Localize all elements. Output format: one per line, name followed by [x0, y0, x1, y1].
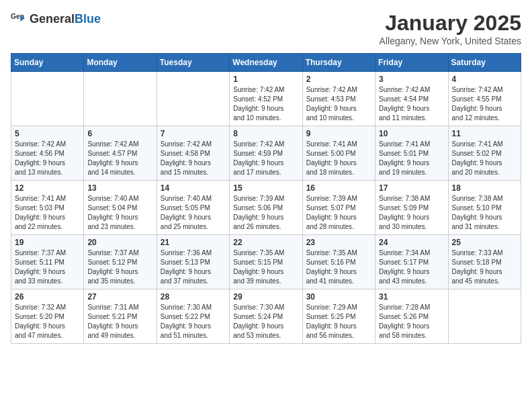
day-info: Sunrise: 7:42 AM Sunset: 4:55 PM Dayligh… — [452, 85, 517, 123]
day-info: Sunrise: 7:41 AM Sunset: 5:02 PM Dayligh… — [452, 140, 517, 177]
day-info: Sunrise: 7:42 AM Sunset: 4:59 PM Dayligh… — [233, 140, 298, 177]
weekday-header: Thursday — [302, 54, 375, 72]
day-number: 23 — [306, 238, 371, 247]
day-info: Sunrise: 7:39 AM Sunset: 5:07 PM Dayligh… — [306, 194, 371, 232]
calendar-week-row: 19Sunrise: 7:37 AM Sunset: 5:11 PM Dayli… — [11, 235, 521, 289]
calendar-cell: 21Sunrise: 7:36 AM Sunset: 5:13 PM Dayli… — [157, 235, 229, 289]
calendar-cell: 27Sunrise: 7:31 AM Sunset: 5:21 PM Dayli… — [84, 289, 157, 344]
calendar-cell: 20Sunrise: 7:37 AM Sunset: 5:12 PM Dayli… — [84, 235, 157, 289]
day-info: Sunrise: 7:42 AM Sunset: 4:54 PM Dayligh… — [379, 85, 444, 123]
day-number: 26 — [15, 292, 80, 302]
day-number: 16 — [306, 183, 371, 193]
calendar-cell: 26Sunrise: 7:32 AM Sunset: 5:20 PM Dayli… — [11, 289, 84, 344]
calendar-cell: 6Sunrise: 7:42 AM Sunset: 4:57 PM Daylig… — [84, 126, 157, 181]
day-number: 17 — [379, 183, 444, 193]
calendar-cell: 23Sunrise: 7:35 AM Sunset: 5:16 PM Dayli… — [302, 235, 375, 289]
day-info: Sunrise: 7:29 AM Sunset: 5:25 PM Dayligh… — [306, 303, 371, 340]
calendar-cell: 17Sunrise: 7:38 AM Sunset: 5:09 PM Dayli… — [375, 181, 448, 235]
logo-icon: Gen — [11, 11, 27, 27]
calendar-table: SundayMondayTuesdayWednesdayThursdayFrid… — [11, 53, 521, 344]
day-info: Sunrise: 7:31 AM Sunset: 5:21 PM Dayligh… — [87, 303, 152, 340]
calendar-cell: 16Sunrise: 7:39 AM Sunset: 5:07 PM Dayli… — [302, 181, 375, 235]
weekday-header: Monday — [84, 54, 157, 72]
calendar-cell: 24Sunrise: 7:34 AM Sunset: 5:17 PM Dayli… — [375, 235, 448, 289]
day-number: 29 — [233, 292, 298, 302]
logo: Gen GeneralBlue — [11, 11, 101, 27]
calendar-cell: 29Sunrise: 7:30 AM Sunset: 5:24 PM Dayli… — [230, 289, 302, 344]
calendar-cell: 2Sunrise: 7:42 AM Sunset: 4:53 PM Daylig… — [302, 72, 375, 126]
weekday-header: Saturday — [448, 54, 521, 72]
day-info: Sunrise: 7:32 AM Sunset: 5:20 PM Dayligh… — [15, 303, 80, 340]
day-number: 13 — [87, 183, 152, 193]
day-number: 19 — [15, 238, 80, 247]
day-number: 18 — [452, 183, 517, 193]
calendar-cell: 3Sunrise: 7:42 AM Sunset: 4:54 PM Daylig… — [375, 72, 448, 126]
day-info: Sunrise: 7:42 AM Sunset: 4:52 PM Dayligh… — [233, 85, 298, 123]
logo-general-text: General — [30, 12, 75, 26]
calendar-title: January 2025 — [380, 11, 521, 36]
day-info: Sunrise: 7:41 AM Sunset: 5:03 PM Dayligh… — [15, 194, 80, 232]
title-block: January 2025 Allegany, New York, United … — [380, 11, 521, 46]
day-info: Sunrise: 7:34 AM Sunset: 5:17 PM Dayligh… — [379, 248, 444, 286]
day-info: Sunrise: 7:39 AM Sunset: 5:06 PM Dayligh… — [233, 194, 298, 232]
day-info: Sunrise: 7:28 AM Sunset: 5:26 PM Dayligh… — [379, 303, 444, 340]
day-number: 3 — [379, 75, 444, 84]
day-info: Sunrise: 7:41 AM Sunset: 5:01 PM Dayligh… — [379, 140, 444, 177]
day-number: 2 — [306, 75, 371, 84]
calendar-cell: 22Sunrise: 7:35 AM Sunset: 5:15 PM Dayli… — [230, 235, 302, 289]
day-info: Sunrise: 7:38 AM Sunset: 5:09 PM Dayligh… — [379, 194, 444, 232]
calendar-cell: 5Sunrise: 7:42 AM Sunset: 4:56 PM Daylig… — [11, 126, 84, 181]
calendar-cell — [84, 72, 157, 126]
weekday-header: Wednesday — [230, 54, 302, 72]
calendar-header-row: SundayMondayTuesdayWednesdayThursdayFrid… — [11, 54, 521, 72]
calendar-cell — [157, 72, 229, 126]
logo-blue-text: Blue — [75, 12, 101, 26]
day-number: 28 — [161, 292, 226, 302]
calendar-cell — [11, 72, 84, 126]
day-info: Sunrise: 7:33 AM Sunset: 5:18 PM Dayligh… — [452, 248, 517, 286]
calendar-cell: 9Sunrise: 7:41 AM Sunset: 5:00 PM Daylig… — [302, 126, 375, 181]
day-number: 30 — [306, 292, 371, 302]
weekday-header: Friday — [375, 54, 448, 72]
day-info: Sunrise: 7:37 AM Sunset: 5:12 PM Dayligh… — [87, 248, 152, 286]
calendar-cell: 13Sunrise: 7:40 AM Sunset: 5:04 PM Dayli… — [84, 181, 157, 235]
day-number: 21 — [161, 238, 226, 247]
calendar-cell: 14Sunrise: 7:40 AM Sunset: 5:05 PM Dayli… — [157, 181, 229, 235]
day-number: 24 — [379, 238, 444, 247]
day-info: Sunrise: 7:35 AM Sunset: 5:15 PM Dayligh… — [233, 248, 298, 286]
day-number: 14 — [161, 183, 226, 193]
day-number: 15 — [233, 183, 298, 193]
weekday-header: Tuesday — [157, 54, 229, 72]
day-number: 12 — [15, 183, 80, 193]
day-info: Sunrise: 7:30 AM Sunset: 5:22 PM Dayligh… — [161, 303, 226, 340]
day-number: 5 — [15, 129, 80, 138]
day-number: 31 — [379, 292, 444, 302]
calendar-cell: 8Sunrise: 7:42 AM Sunset: 4:59 PM Daylig… — [230, 126, 302, 181]
day-info: Sunrise: 7:42 AM Sunset: 4:57 PM Dayligh… — [87, 140, 152, 177]
day-info: Sunrise: 7:42 AM Sunset: 4:53 PM Dayligh… — [306, 85, 371, 123]
day-number: 10 — [379, 129, 444, 138]
day-info: Sunrise: 7:42 AM Sunset: 4:56 PM Dayligh… — [15, 140, 80, 177]
calendar-cell: 7Sunrise: 7:42 AM Sunset: 4:58 PM Daylig… — [157, 126, 229, 181]
calendar-week-row: 1Sunrise: 7:42 AM Sunset: 4:52 PM Daylig… — [11, 72, 521, 126]
day-info: Sunrise: 7:37 AM Sunset: 5:11 PM Dayligh… — [15, 248, 80, 286]
calendar-week-row: 12Sunrise: 7:41 AM Sunset: 5:03 PM Dayli… — [11, 181, 521, 235]
day-info: Sunrise: 7:36 AM Sunset: 5:13 PM Dayligh… — [161, 248, 226, 286]
day-number: 8 — [233, 129, 298, 138]
day-number: 6 — [87, 129, 152, 138]
day-number: 4 — [452, 75, 517, 84]
calendar-week-row: 5Sunrise: 7:42 AM Sunset: 4:56 PM Daylig… — [11, 126, 521, 181]
day-info: Sunrise: 7:30 AM Sunset: 5:24 PM Dayligh… — [233, 303, 298, 340]
day-number: 25 — [452, 238, 517, 247]
calendar-cell: 30Sunrise: 7:29 AM Sunset: 5:25 PM Dayli… — [302, 289, 375, 344]
calendar-cell: 10Sunrise: 7:41 AM Sunset: 5:01 PM Dayli… — [375, 126, 448, 181]
day-info: Sunrise: 7:35 AM Sunset: 5:16 PM Dayligh… — [306, 248, 371, 286]
day-number: 20 — [87, 238, 152, 247]
calendar-cell: 18Sunrise: 7:38 AM Sunset: 5:10 PM Dayli… — [448, 181, 521, 235]
day-number: 1 — [233, 75, 298, 84]
calendar-cell: 4Sunrise: 7:42 AM Sunset: 4:55 PM Daylig… — [448, 72, 521, 126]
weekday-header: Sunday — [11, 54, 84, 72]
calendar-cell: 12Sunrise: 7:41 AM Sunset: 5:03 PM Dayli… — [11, 181, 84, 235]
day-info: Sunrise: 7:42 AM Sunset: 4:58 PM Dayligh… — [161, 140, 226, 177]
calendar-cell — [448, 289, 521, 344]
